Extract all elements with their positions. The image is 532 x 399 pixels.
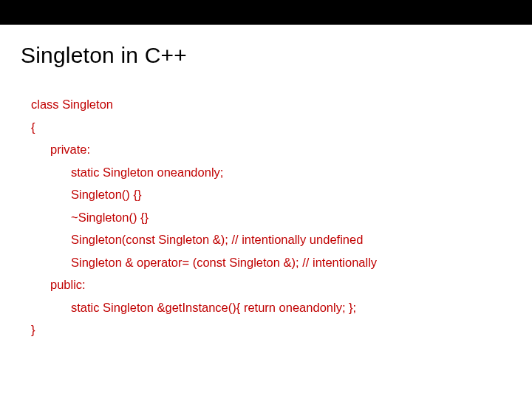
code-line: Singleton(const Singleton &); // intenti… [31, 228, 504, 251]
slide: Singleton in C++ class Singleton { priva… [0, 0, 532, 399]
slide-title: Singleton in C++ [0, 25, 532, 68]
code-line: private: [31, 138, 504, 161]
code-line: Singleton & operator= (const Singleton &… [31, 251, 504, 274]
code-line: static Singleton oneandonly; [31, 161, 504, 184]
code-line: Singleton() {} [31, 183, 504, 206]
code-line: { [31, 116, 504, 139]
code-line: ~Singleton() {} [31, 206, 504, 229]
code-block: class Singleton { private: static Single… [0, 68, 532, 341]
code-line: class Singleton [31, 93, 504, 116]
code-line: public: [31, 273, 504, 296]
slide-topbar [0, 0, 532, 25]
code-line: static Singleton &getInstance(){ return … [31, 296, 504, 319]
code-line: } [31, 318, 504, 341]
